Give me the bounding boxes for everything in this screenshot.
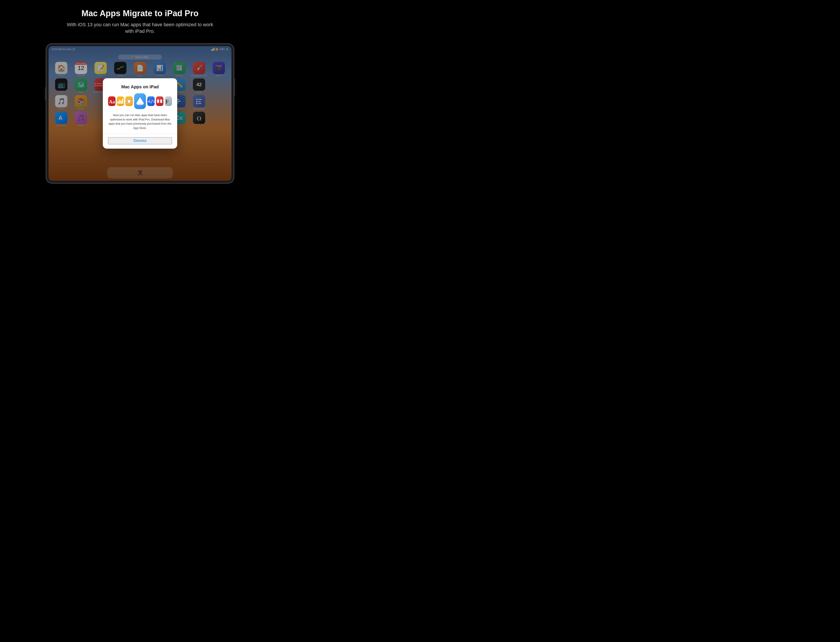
svg-text:</>: </> [148, 99, 154, 104]
ipad-screen: 10:09 AM Sun Dec 23 📶 100% 🔋 🔍 [49, 46, 231, 181]
svg-rect-14 [120, 101, 122, 104]
modal-title: Mac Apps on iPad [108, 84, 172, 89]
page-title: Mac Apps Migrate to iPad Pro [66, 9, 214, 18]
ipad-wrapper: 10:09 AM Sun Dec 23 📶 100% 🔋 🔍 [46, 44, 234, 183]
modal-description: Now you can run Mac apps that have been … [108, 113, 172, 130]
ipad-button-left [45, 87, 46, 101]
modal-overlay: Mac Apps on iPad Aa [49, 46, 231, 181]
modal-box: Mac Apps on iPad Aa [103, 78, 177, 149]
ipad-button-right [234, 78, 235, 96]
ipad-body: 10:09 AM Sun Dec 23 📶 100% 🔋 🔍 [46, 44, 234, 183]
modal-icon-chart [117, 96, 124, 106]
svg-rect-15 [122, 99, 123, 104]
page-subtitle: With iOS 13 you can run Mac apps that ha… [66, 21, 214, 35]
modal-icon-sketch [125, 96, 133, 106]
svg-rect-19 [157, 99, 159, 103]
modal-icon-xcode: </> [147, 96, 154, 106]
modal-icons-row: Aa [108, 93, 172, 109]
modal-icon-dict: Aa [108, 96, 115, 106]
svg-text:F: F [166, 99, 169, 104]
modal-dismiss-button[interactable]: Dismiss [108, 137, 172, 144]
svg-rect-12 [117, 101, 119, 104]
svg-rect-20 [160, 99, 162, 103]
svg-rect-13 [119, 100, 120, 104]
page-header: Mac Apps Migrate to iPad Pro With iOS 13… [66, 9, 214, 35]
modal-icon-font: F [165, 96, 172, 106]
modal-icon-hype [156, 96, 163, 106]
modal-icon-appstore [134, 93, 146, 109]
svg-text:Aa: Aa [109, 99, 115, 104]
